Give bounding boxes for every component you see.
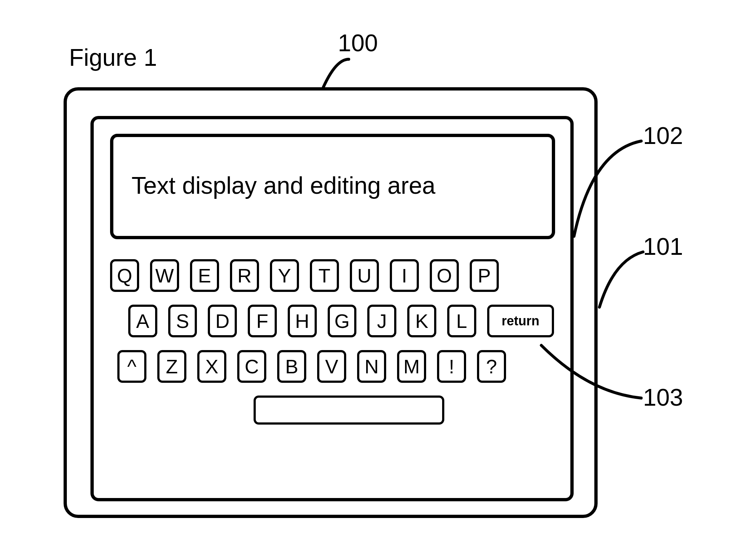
device-frame: Text display and editing area Q W E R Y … xyxy=(64,87,598,518)
key-i[interactable]: I xyxy=(390,259,419,292)
key-z[interactable]: Z xyxy=(157,350,186,383)
ref-102: 102 xyxy=(643,122,683,149)
key-x[interactable]: X xyxy=(197,350,226,383)
key-k[interactable]: K xyxy=(407,305,436,337)
key-y[interactable]: Y xyxy=(270,259,299,292)
key-o[interactable]: O xyxy=(430,259,459,292)
leader-103 xyxy=(538,342,647,404)
key-l[interactable]: L xyxy=(447,305,476,337)
ref-100: 100 xyxy=(338,29,378,57)
leader-102 xyxy=(569,138,645,240)
key-g[interactable]: G xyxy=(328,305,357,337)
ref-103: 103 xyxy=(643,384,683,411)
key-e[interactable]: E xyxy=(190,259,219,292)
key-shift[interactable]: ^ xyxy=(117,350,146,383)
ref-101: 101 xyxy=(643,233,683,260)
key-v[interactable]: V xyxy=(317,350,346,383)
key-space[interactable] xyxy=(254,396,444,425)
key-j[interactable]: J xyxy=(367,305,396,337)
keyboard-row-3: ^ Z X C B V N M ! ? xyxy=(110,350,554,383)
device-screen: Text display and editing area Q W E R Y … xyxy=(90,116,574,501)
key-f[interactable]: F xyxy=(248,305,277,337)
key-b[interactable]: B xyxy=(277,350,306,383)
key-question[interactable]: ? xyxy=(477,350,506,383)
figure-title: Figure 1 xyxy=(69,44,157,71)
key-q[interactable]: Q xyxy=(110,259,139,292)
key-a[interactable]: A xyxy=(128,305,157,337)
key-n[interactable]: N xyxy=(357,350,386,383)
keyboard-row-2: A S D F H G J K L return xyxy=(110,305,554,337)
key-c[interactable]: C xyxy=(237,350,266,383)
key-d[interactable]: D xyxy=(208,305,237,337)
keyboard-row-1: Q W E R Y T U I O P xyxy=(110,259,554,292)
key-exclaim[interactable]: ! xyxy=(437,350,466,383)
key-r[interactable]: R xyxy=(230,259,259,292)
key-m[interactable]: M xyxy=(397,350,426,383)
key-w[interactable]: W xyxy=(150,259,179,292)
text-area-label: Text display and editing area xyxy=(132,172,436,199)
text-display-area[interactable]: Text display and editing area xyxy=(110,134,555,239)
key-return[interactable]: return xyxy=(487,305,554,337)
key-p[interactable]: P xyxy=(470,259,499,292)
keyboard-row-4 xyxy=(110,396,554,425)
leader-101 xyxy=(596,249,647,311)
key-t[interactable]: T xyxy=(310,259,339,292)
key-h[interactable]: H xyxy=(288,305,317,337)
key-s[interactable]: S xyxy=(168,305,197,337)
key-u[interactable]: U xyxy=(350,259,379,292)
